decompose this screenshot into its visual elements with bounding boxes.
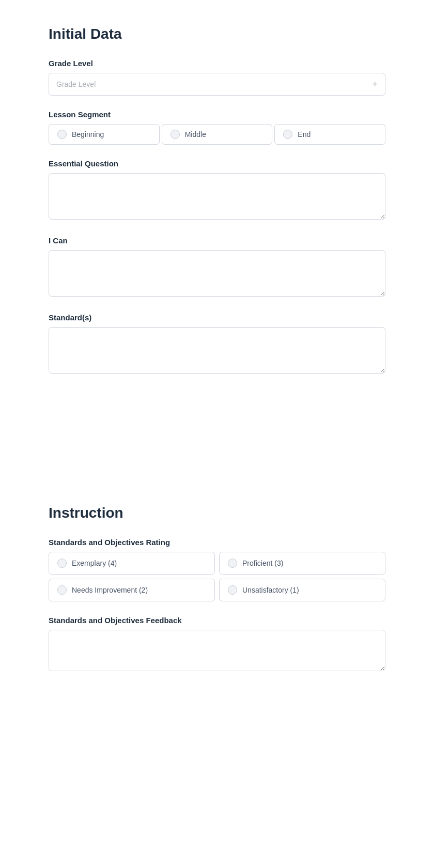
standards-feedback-input[interactable]	[49, 630, 385, 671]
essential-question-group: Essential Question	[49, 159, 385, 222]
i-can-label: I Can	[49, 236, 385, 245]
lesson-segment-label: Lesson Segment	[49, 110, 385, 119]
standards-feedback-label: Standards and Objectives Feedback	[49, 616, 385, 625]
radio-circle-needs-improvement	[57, 585, 67, 595]
grade-level-label: Grade Level	[49, 59, 385, 68]
lesson-segment-middle-label: Middle	[185, 130, 206, 138]
standards-feedback-group: Standards and Objectives Feedback	[49, 616, 385, 673]
standards-label: Standard(s)	[49, 313, 385, 322]
radio-circle-beginning	[57, 130, 67, 139]
standards-rating-group: Standards and Objectives Rating Exemplar…	[49, 538, 385, 601]
radio-circle-middle	[171, 130, 180, 139]
rating-unsatisfactory[interactable]: Unsatisfactory (1)	[219, 579, 385, 601]
standards-input[interactable]	[49, 327, 385, 374]
lesson-segment-beginning[interactable]: Beginning	[49, 124, 160, 145]
section-spacer	[49, 401, 385, 463]
grade-level-group: Grade Level Grade Level +	[49, 59, 385, 96]
radio-circle-proficient	[228, 559, 237, 568]
rating-proficient-label: Proficient (3)	[242, 559, 283, 567]
rating-unsatisfactory-label: Unsatisfactory (1)	[242, 586, 299, 594]
i-can-input[interactable]	[49, 250, 385, 297]
standards-rating-options: Exemplary (4) Proficient (3) Needs Impro…	[49, 552, 385, 601]
grade-level-input[interactable]: Grade Level +	[49, 73, 385, 96]
standards-rating-label: Standards and Objectives Rating	[49, 538, 385, 547]
rating-needs-improvement-label: Needs Improvement (2)	[72, 586, 148, 594]
rating-proficient[interactable]: Proficient (3)	[219, 552, 385, 575]
radio-circle-end	[283, 130, 292, 139]
rating-exemplary[interactable]: Exemplary (4)	[49, 552, 215, 575]
lesson-segment-options: Beginning Middle End	[49, 124, 385, 145]
radio-circle-unsatisfactory	[228, 585, 237, 595]
grade-level-plus-icon: +	[372, 79, 378, 90]
grade-level-placeholder: Grade Level	[56, 80, 96, 88]
lesson-segment-group: Lesson Segment Beginning Middle End	[49, 110, 385, 145]
lesson-segment-middle[interactable]: Middle	[162, 124, 273, 145]
instruction-title: Instruction	[49, 505, 385, 521]
essential-question-input[interactable]	[49, 173, 385, 220]
standards-group: Standard(s)	[49, 313, 385, 376]
initial-data-title: Initial Data	[49, 26, 385, 42]
lesson-segment-end-label: End	[298, 130, 311, 138]
radio-circle-exemplary	[57, 559, 67, 568]
i-can-group: I Can	[49, 236, 385, 299]
lesson-segment-end[interactable]: End	[274, 124, 385, 145]
rating-exemplary-label: Exemplary (4)	[72, 559, 117, 567]
rating-needs-improvement[interactable]: Needs Improvement (2)	[49, 579, 215, 601]
instruction-section: Instruction Standards and Objectives Rat…	[49, 505, 385, 673]
lesson-segment-beginning-label: Beginning	[72, 130, 104, 138]
essential-question-label: Essential Question	[49, 159, 385, 168]
